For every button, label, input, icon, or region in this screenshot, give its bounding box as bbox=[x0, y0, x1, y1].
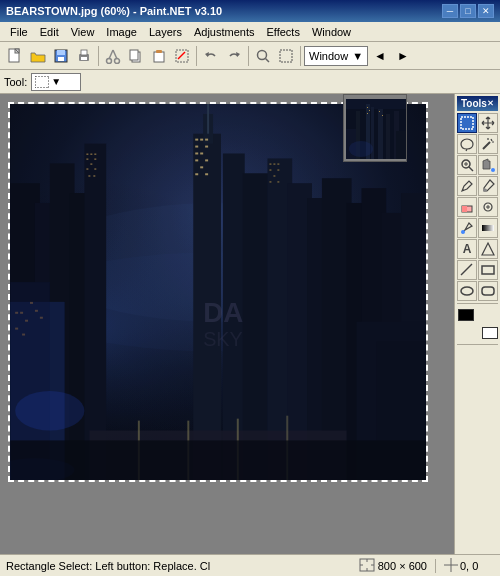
svg-point-8 bbox=[107, 58, 112, 63]
lasso-tool[interactable] bbox=[457, 134, 477, 154]
svg-rect-106 bbox=[378, 109, 383, 159]
eraser-tool[interactable] bbox=[457, 197, 477, 217]
tools-close-icon[interactable]: ✕ bbox=[487, 99, 494, 108]
minimize-button[interactable]: ─ bbox=[442, 4, 458, 18]
next-window-button[interactable]: ► bbox=[392, 45, 414, 67]
status-bar: Rectangle Select: Left button: Replace. … bbox=[0, 554, 500, 576]
gradient-tool[interactable] bbox=[478, 218, 498, 238]
paint-bucket-tool[interactable] bbox=[478, 155, 498, 175]
dropdown-arrow-tool: ▼ bbox=[51, 76, 61, 87]
move-tool[interactable] bbox=[478, 113, 498, 133]
menu-file[interactable]: File bbox=[4, 24, 34, 40]
separator-3 bbox=[248, 46, 249, 66]
status-coordinates: 0, 0 bbox=[444, 558, 494, 574]
title-bar: BEARSTOWN.jpg (60%) - Paint.NET v3.10 ─ … bbox=[0, 0, 500, 22]
separator-1 bbox=[98, 46, 99, 66]
separator-4 bbox=[300, 46, 301, 66]
window-dropdown[interactable]: Window ▼ bbox=[304, 46, 368, 66]
line-tool[interactable] bbox=[457, 260, 477, 280]
thumbnail-image bbox=[346, 99, 406, 159]
open-button[interactable] bbox=[27, 45, 49, 67]
recolor-tool[interactable] bbox=[457, 218, 477, 238]
background-color[interactable] bbox=[482, 327, 498, 339]
tool-options-dropdown[interactable]: ▼ bbox=[31, 73, 81, 91]
tools-title-label: Tools bbox=[461, 98, 487, 109]
copy-button[interactable] bbox=[125, 45, 147, 67]
select-tb-button[interactable] bbox=[275, 45, 297, 67]
pencil-tool[interactable] bbox=[457, 176, 477, 196]
paste-button[interactable] bbox=[148, 45, 170, 67]
separator-2 bbox=[196, 46, 197, 66]
svg-line-10 bbox=[109, 50, 113, 59]
svg-point-138 bbox=[461, 287, 473, 295]
toolbar: Window ▼ ◄ ► bbox=[0, 42, 500, 70]
window-dropdown-arrow: ▼ bbox=[352, 50, 363, 62]
svg-point-127 bbox=[483, 189, 487, 192]
menu-adjustments[interactable]: Adjustments bbox=[188, 24, 261, 40]
paintbrush-tool[interactable] bbox=[478, 176, 498, 196]
rect-tool[interactable] bbox=[478, 260, 498, 280]
svg-rect-114 bbox=[367, 113, 368, 114]
zoom-tool[interactable] bbox=[457, 155, 477, 175]
maximize-button[interactable]: □ bbox=[460, 4, 476, 18]
rectangle-select-tool[interactable] bbox=[457, 113, 477, 133]
zoom-tb-button[interactable] bbox=[252, 45, 274, 67]
color-swatches bbox=[458, 308, 498, 340]
status-dimensions: 800 × 600 bbox=[359, 558, 427, 574]
dimensions-icon bbox=[359, 558, 375, 574]
svg-point-133 bbox=[461, 230, 465, 234]
menu-view[interactable]: View bbox=[65, 24, 101, 40]
prev-window-button[interactable]: ◄ bbox=[369, 45, 391, 67]
ellipse-tool[interactable] bbox=[457, 281, 477, 301]
svg-point-20 bbox=[258, 50, 267, 59]
coords-icon bbox=[444, 558, 458, 574]
svg-marker-18 bbox=[205, 52, 209, 57]
svg-rect-15 bbox=[156, 50, 162, 53]
redo-button[interactable] bbox=[223, 45, 245, 67]
menu-window[interactable]: Window bbox=[306, 24, 357, 40]
svg-text:SKY: SKY bbox=[203, 328, 243, 350]
svg-rect-115 bbox=[379, 111, 380, 112]
tools-separator-2 bbox=[457, 344, 498, 345]
tools-title: Tools ✕ bbox=[457, 96, 498, 111]
svg-line-17 bbox=[178, 52, 185, 59]
new-button[interactable] bbox=[4, 45, 26, 67]
close-button[interactable]: ✕ bbox=[478, 4, 494, 18]
svg-point-9 bbox=[115, 58, 120, 63]
undo-button[interactable] bbox=[200, 45, 222, 67]
svg-rect-4 bbox=[58, 57, 64, 61]
svg-rect-22 bbox=[280, 50, 292, 62]
rounded-rect-tool[interactable] bbox=[478, 281, 498, 301]
menu-edit[interactable]: Edit bbox=[34, 24, 65, 40]
svg-rect-116 bbox=[382, 115, 383, 116]
svg-rect-117 bbox=[461, 117, 473, 129]
svg-rect-134 bbox=[482, 225, 494, 231]
svg-line-11 bbox=[113, 50, 117, 59]
cut-button[interactable] bbox=[102, 45, 124, 67]
clone-stamp-tool[interactable] bbox=[478, 197, 498, 217]
save-button[interactable] bbox=[50, 45, 72, 67]
status-separator bbox=[435, 559, 436, 573]
menu-effects[interactable]: Effects bbox=[261, 24, 306, 40]
foreground-color[interactable] bbox=[458, 309, 474, 321]
title-controls: ─ □ ✕ bbox=[442, 4, 494, 18]
svg-rect-6 bbox=[81, 50, 87, 55]
print-button[interactable] bbox=[73, 45, 95, 67]
svg-rect-7 bbox=[81, 57, 87, 60]
title-text: BEARSTOWN.jpg (60%) - Paint.NET v3.10 bbox=[6, 5, 222, 17]
svg-rect-139 bbox=[482, 287, 494, 295]
svg-rect-112 bbox=[367, 107, 368, 108]
svg-rect-23 bbox=[35, 76, 49, 88]
main-area: DA SKY bbox=[0, 94, 500, 554]
svg-rect-13 bbox=[130, 50, 138, 60]
text-tool[interactable]: A bbox=[457, 239, 477, 259]
menu-image[interactable]: Image bbox=[100, 24, 143, 40]
magic-wand-tool[interactable] bbox=[478, 134, 498, 154]
svg-point-111 bbox=[349, 141, 373, 157]
svg-point-126 bbox=[491, 168, 495, 172]
menu-layers[interactable]: Layers bbox=[143, 24, 188, 40]
canvas-area[interactable]: DA SKY bbox=[0, 94, 454, 554]
status-text: Rectangle Select: Left button: Replace. … bbox=[6, 560, 351, 572]
deselect-button[interactable] bbox=[171, 45, 193, 67]
shapes-tool[interactable] bbox=[478, 239, 498, 259]
